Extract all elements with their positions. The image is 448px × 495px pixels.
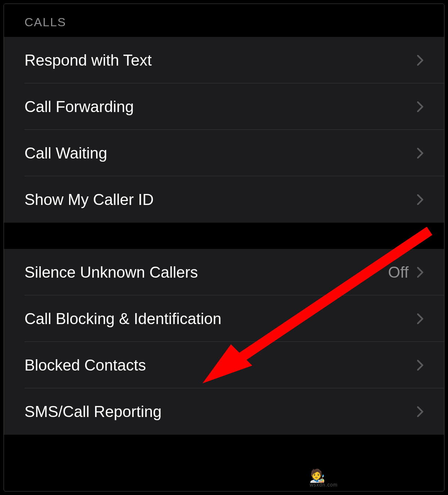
chevron-right-icon	[417, 360, 424, 371]
row-label: Respond with Text	[24, 51, 152, 69]
row-label: Show My Caller ID	[24, 191, 154, 208]
row-label: Call Forwarding	[24, 98, 134, 116]
chevron-right-icon	[417, 313, 424, 324]
row-label: Call Waiting	[24, 144, 107, 162]
row-value: Off	[388, 263, 409, 281]
row-call-forwarding[interactable]: Call Forwarding	[4, 83, 444, 130]
row-call-blocking-identification[interactable]: Call Blocking & Identification	[4, 295, 444, 342]
row-respond-with-text[interactable]: Respond with Text	[4, 37, 444, 83]
row-call-waiting[interactable]: Call Waiting	[4, 130, 444, 176]
avatar-icon: 🧑‍🎨	[309, 468, 325, 483]
chevron-right-icon	[417, 55, 424, 66]
settings-group-2: Silence Unknown Callers Off Call Blockin…	[4, 249, 444, 435]
settings-group-1: Respond with Text Call Forwarding Call W…	[4, 37, 444, 223]
chevron-right-icon	[417, 148, 424, 158]
row-label: Call Blocking & Identification	[24, 310, 221, 328]
chevron-right-icon	[417, 406, 424, 417]
chevron-right-icon	[417, 267, 424, 278]
row-show-my-caller-id[interactable]: Show My Caller ID	[4, 176, 444, 223]
chevron-right-icon	[417, 101, 424, 112]
row-sms-call-reporting[interactable]: SMS/Call Reporting	[4, 388, 444, 435]
bottom-gap	[4, 435, 444, 462]
row-silence-unknown-callers[interactable]: Silence Unknown Callers Off	[4, 249, 444, 295]
chevron-right-icon	[417, 194, 424, 205]
watermark-text: wsxdn.com	[310, 482, 338, 488]
row-label: SMS/Call Reporting	[24, 403, 161, 421]
section-header-calls: CALLS	[4, 4, 444, 37]
row-blocked-contacts[interactable]: Blocked Contacts	[4, 342, 444, 388]
row-label: Silence Unknown Callers	[24, 263, 198, 281]
section-gap	[4, 223, 444, 249]
row-label: Blocked Contacts	[24, 356, 146, 374]
